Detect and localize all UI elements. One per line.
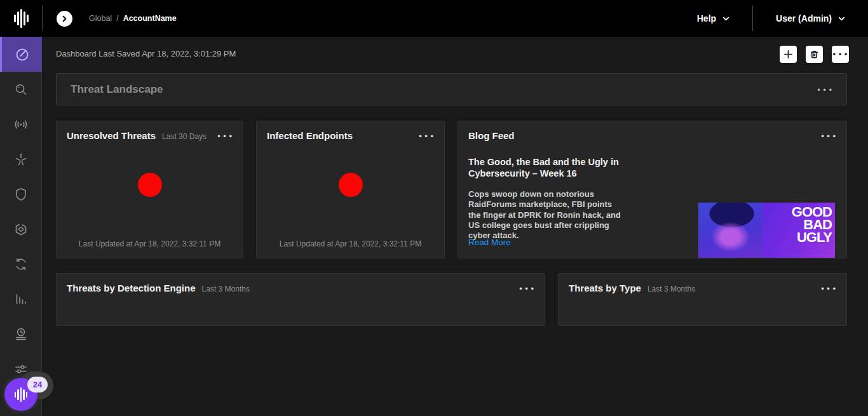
notifications-count-badge: 24 (27, 377, 48, 393)
dashboard-last-saved-text: Dashboard Last Saved Apr 18, 2022, 3:01:… (56, 49, 236, 58)
breadcrumb-account[interactable]: AccountName (123, 14, 177, 23)
sentinelone-logo-icon (15, 386, 28, 403)
widget-title: Unresolved Threats (67, 130, 156, 141)
chevron-down-icon (722, 15, 729, 22)
add-widget-button[interactable] (780, 46, 797, 63)
breadcrumb-separator: / (116, 14, 118, 23)
topbar-right: Help User (Admin) (674, 0, 868, 37)
dashboard-actions (780, 46, 849, 63)
breadcrumb: Global / AccountName (89, 14, 177, 23)
app-window: Global / AccountName Help User (Admin) (0, 0, 868, 416)
widget-threats-by-type: Threats by Type Last 3 Months (558, 273, 847, 326)
scope-expand-button[interactable] (57, 11, 72, 27)
infected-endpoints-donut-chart[interactable] (339, 173, 363, 197)
visibility-icon (13, 152, 29, 167)
blog-post-excerpt: Cops swoop down on notorious RaidForums … (468, 189, 625, 241)
search-icon (13, 82, 29, 97)
shield-icon (13, 187, 29, 202)
widget-more-options-icon[interactable] (217, 130, 233, 142)
sidebar-item-reports[interactable] (0, 281, 42, 316)
brand-logo (0, 8, 42, 29)
top-bar: Global / AccountName Help User (Admin) (0, 0, 868, 37)
blog-thumbnail-photo (698, 203, 763, 258)
widget-subtitle: Last 30 Days (162, 132, 207, 141)
widget-subtitle: Last 3 Months (202, 285, 250, 293)
chevron-right-icon (61, 15, 68, 22)
sidebar-item-updates[interactable] (0, 246, 42, 281)
unresolved-threats-donut-chart[interactable] (138, 173, 162, 197)
sidebar-item-activity[interactable] (0, 316, 42, 351)
blog-thumbnail-text: GOOD BAD UGLY (763, 203, 835, 258)
user-label: User (Admin) (776, 13, 832, 23)
sentinelone-logo-icon (14, 8, 29, 29)
widget-title: Infected Endpoints (267, 130, 353, 141)
widget-more-options-icon[interactable] (821, 283, 836, 294)
sidebar-item-protection[interactable] (0, 177, 42, 211)
section-title: Threat Landscape (71, 83, 163, 96)
widget-header: Threats by Type Last 3 Months (559, 274, 846, 294)
widget-title: Threats by Detection Engine (67, 283, 196, 293)
widget-last-updated: Last Updated at Apr 18, 2022, 3:32:11 PM (57, 239, 243, 248)
read-more-link[interactable]: Read More (468, 238, 511, 247)
section-threat-landscape: Threat Landscape (56, 73, 847, 105)
help-menu[interactable]: Help (674, 0, 752, 37)
widget-more-options-icon[interactable] (419, 130, 434, 142)
widget-header: Unresolved Threats Last 30 Days (57, 121, 243, 142)
delete-dashboard-button[interactable] (806, 46, 823, 63)
widget-header: Blog Feed (458, 121, 846, 142)
sidebar-item-visibility[interactable] (0, 142, 42, 177)
section-more-options-icon[interactable] (817, 84, 832, 95)
dashboard-icon (15, 47, 30, 62)
widget-title: Blog Feed (468, 130, 515, 141)
sync-icon (13, 257, 29, 272)
widget-threats-by-detection-engine: Threats by Detection Engine Last 3 Month… (56, 273, 545, 326)
ellipsis-icon (833, 50, 848, 59)
help-label: Help (697, 13, 716, 23)
sensors-icon (13, 117, 29, 132)
trash-icon (810, 50, 819, 59)
widget-infected-endpoints: Infected Endpoints Last Updated at Apr 1… (256, 121, 445, 258)
breadcrumb-global[interactable]: Global (89, 14, 112, 23)
sidebar-item-sensors[interactable] (0, 107, 42, 142)
widget-unresolved-threats: Unresolved Threats Last 30 Days Last Upd… (56, 121, 243, 258)
blog-post-thumbnail[interactable]: GOOD BAD UGLY (698, 203, 835, 258)
chevron-down-icon (838, 15, 845, 22)
blog-post-title[interactable]: The Good, the Bad and the Ugly in Cybers… (468, 156, 627, 179)
widget-subtitle: Last 3 Months (648, 285, 695, 293)
reports-icon (13, 292, 29, 307)
packages-icon (13, 222, 29, 237)
plus-icon (783, 50, 793, 59)
sidebar-item-dashboard[interactable] (0, 37, 42, 72)
user-menu[interactable]: User (Admin) (753, 0, 868, 37)
widget-last-updated: Last Updated at Apr 18, 2022, 3:32:11 PM (257, 239, 444, 248)
activity-icon (13, 326, 29, 342)
more-options-button[interactable] (832, 46, 849, 63)
sidebar-item-packages[interactable] (0, 211, 42, 246)
topbar-divider (42, 6, 43, 31)
sidebar-item-search[interactable] (0, 72, 42, 107)
sidebar-nav (0, 37, 42, 416)
widget-header: Infected Endpoints (257, 121, 444, 142)
widget-more-options-icon[interactable] (821, 130, 836, 142)
widget-blog-feed: Blog Feed The Good, the Bad and the Ugly… (458, 121, 847, 258)
widget-title: Threats by Type (569, 283, 641, 293)
widget-header: Threats by Detection Engine Last 3 Month… (57, 274, 545, 294)
widget-more-options-icon[interactable] (519, 283, 534, 294)
